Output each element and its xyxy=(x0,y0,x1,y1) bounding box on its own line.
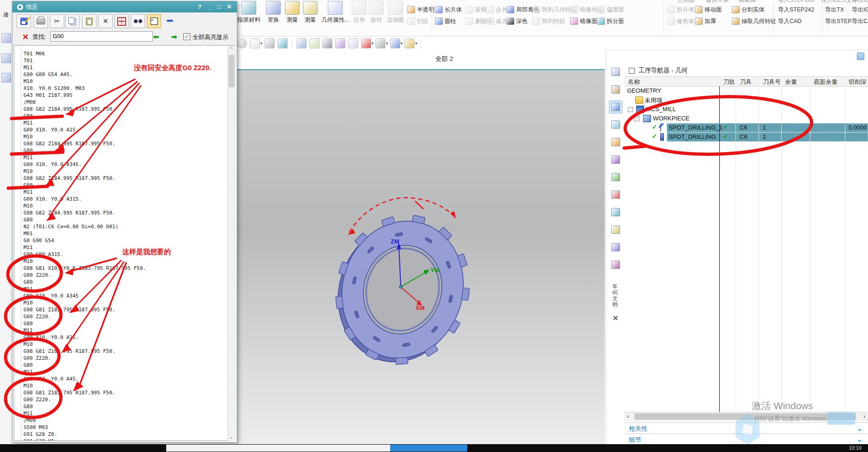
gcode-listing[interactable]: T01 M06T01M11G90 G00 G54 A45.M10X10. Y0.… xyxy=(14,45,235,441)
scroll-down-icon[interactable]: ⌄ xyxy=(228,434,235,441)
navigator-view-icon[interactable] xyxy=(609,258,622,271)
rotate-view-icon[interactable] xyxy=(322,38,332,48)
search-input[interactable] xyxy=(50,31,153,42)
column-header[interactable]: 余量 xyxy=(785,78,797,86)
scrollbar-thumb[interactable] xyxy=(229,55,235,87)
help-button[interactable]: ? xyxy=(196,3,204,11)
panel-checkbox-icon[interactable] xyxy=(629,68,635,74)
column-header[interactable]: 刀具号 xyxy=(763,78,781,86)
node-label[interactable]: GEOMETRY xyxy=(627,87,661,94)
ribbon-button[interactable]: 指派材料 xyxy=(237,1,260,24)
dropdown-caret-icon[interactable]: ▾ xyxy=(386,41,388,46)
ribbon-small-button[interactable]: 导出IGES xyxy=(852,6,868,14)
graphics-viewport[interactable]: ZM YM XM xyxy=(199,69,605,445)
word-wrap-button[interactable] xyxy=(147,14,161,28)
erase-3d-icon[interactable] xyxy=(265,38,275,48)
paste-button[interactable] xyxy=(82,14,96,28)
navigator-view-icon[interactable] xyxy=(609,206,622,219)
ribbon-small-button[interactable]: 拆分面 xyxy=(597,17,624,25)
find-button[interactable] xyxy=(131,14,145,28)
scrollbar-thumb[interactable] xyxy=(634,413,856,420)
ribbon-small-button[interactable]: 圆柱 xyxy=(435,17,456,25)
part-ring[interactable] xyxy=(318,199,487,380)
node-label[interactable]: MCS_MILL xyxy=(646,106,676,113)
minimize-button[interactable]: _ xyxy=(205,3,213,11)
highlight-all-checkbox[interactable]: ✓ xyxy=(183,33,190,40)
navigator-row-geometry[interactable]: GEOMETRY xyxy=(624,86,868,95)
column-header[interactable]: 名称 xyxy=(628,78,640,86)
navigator-view-icon[interactable] xyxy=(609,241,622,254)
brush-icon[interactable] xyxy=(335,38,345,48)
taskbar-search-box[interactable] xyxy=(166,445,390,452)
chevron-down-icon[interactable]: ⌄ xyxy=(856,435,862,444)
info-window-titlebar[interactable]: 信息 ? _ □ ✕ xyxy=(12,1,237,12)
left-toolbar-icon[interactable] xyxy=(1,73,11,83)
navigator-row-未用项[interactable]: 未用项 xyxy=(624,95,868,105)
navigator-view-icon[interactable] xyxy=(609,136,622,149)
origin-button[interactable] xyxy=(115,14,129,28)
tree-expander-icon[interactable]: - xyxy=(634,116,639,121)
close-panel-icon[interactable]: ✕ xyxy=(611,314,620,323)
scroll-up-icon[interactable]: ⌃ xyxy=(228,46,235,53)
ribbon-small-button[interactable]: 抽取几何特征 xyxy=(732,17,776,25)
node-label[interactable]: SPOT_DRILLING_1 xyxy=(669,124,723,131)
navigator-row-spot_drilling[interactable]: ✓SPOT_DRILLING✓C61 xyxy=(624,132,868,142)
find-next-icon[interactable]: ➡ xyxy=(171,33,177,41)
chevron-down-icon[interactable]: ⌄ xyxy=(856,424,862,433)
ribbon-small-button[interactable]: 加厚 xyxy=(695,17,716,25)
snap-point-icon[interactable] xyxy=(237,38,247,48)
dropdown-caret-icon[interactable]: ▾ xyxy=(372,41,374,46)
pan-hand-icon[interactable] xyxy=(309,38,319,48)
ribbon-small-button[interactable]: 深色 xyxy=(506,17,528,25)
navigator-view-icon[interactable] xyxy=(609,188,622,201)
shaded-cube-icon[interactable] xyxy=(277,38,288,48)
find-previous-icon[interactable]: ⬅ xyxy=(153,33,159,41)
ribbon-small-button[interactable]: 半透明 xyxy=(407,6,434,14)
column-splitter[interactable] xyxy=(719,86,720,412)
prism-icon[interactable] xyxy=(404,38,415,48)
dropdown-caret-icon[interactable]: ▾ xyxy=(260,41,263,46)
ribbon-small-button[interactable]: 导出TX xyxy=(825,6,844,14)
ribbon-small-button[interactable]: 导出STEP xyxy=(825,17,852,25)
column-header[interactable]: 刀具 xyxy=(740,78,752,86)
ribbon-button[interactable]: 测量 xyxy=(303,1,318,24)
navigator-view-icon[interactable] xyxy=(609,171,622,184)
ribbon-small-button[interactable]: 导入STEP242 xyxy=(778,6,814,14)
grid-display-icon[interactable] xyxy=(361,38,371,48)
column-header[interactable]: 切削深 xyxy=(849,78,867,86)
navigator-view-icon[interactable] xyxy=(609,153,622,166)
scroll-right-icon[interactable]: › xyxy=(863,413,865,420)
left-toolbar-icon[interactable] xyxy=(1,54,11,63)
cube-view-icon[interactable] xyxy=(390,38,400,48)
collapse-button[interactable] xyxy=(163,14,176,27)
node-label[interactable]: WORKPIECE xyxy=(653,115,689,122)
shop-doc-vertical-tab[interactable]: 车间文档 xyxy=(610,284,620,308)
left-toolbar-icon[interactable] xyxy=(1,33,11,43)
dropdown-caret-icon[interactable]: ▾ xyxy=(401,41,403,46)
node-label[interactable]: 未用项 xyxy=(645,96,663,105)
ribbon-button[interactable]: 几何属性... xyxy=(321,1,349,24)
dropdown-caret-icon[interactable]: ▾ xyxy=(415,41,417,46)
rect-select-icon[interactable] xyxy=(250,38,260,48)
delete-button[interactable]: ✕ xyxy=(98,14,113,28)
node-label[interactable]: SPOT_DRILLING xyxy=(669,133,716,140)
column-header[interactable]: 底面余量 xyxy=(814,78,838,86)
maximize-button[interactable]: □ xyxy=(215,3,223,11)
panel-grid-icon[interactable] xyxy=(857,53,864,60)
ribbon-button[interactable]: 测量 xyxy=(285,1,300,24)
navigator-hscrollbar[interactable]: ‹ › xyxy=(624,412,868,421)
ribbon-small-button[interactable]: 长方体 xyxy=(435,6,462,14)
save-button[interactable] xyxy=(17,14,31,28)
navigator-view-icon[interactable] xyxy=(609,118,622,131)
cut-button[interactable]: ✂ xyxy=(50,14,64,28)
ribbon-small-button[interactable]: 导入CAD xyxy=(778,17,802,25)
gray-solid-icon[interactable] xyxy=(375,38,386,48)
section-details[interactable]: 细节 ⌄ xyxy=(624,434,868,444)
section-dependencies[interactable]: 相关性 ⌄ xyxy=(624,422,868,434)
navigator-view-icon[interactable] xyxy=(609,65,622,78)
ribbon-small-button[interactable]: 镜像面 xyxy=(570,17,597,25)
info-vscrollbar[interactable]: ⌃ ⌄ xyxy=(227,46,235,441)
navigator-view-icon[interactable] xyxy=(609,223,622,236)
ribbon-small-button[interactable]: 移动面 xyxy=(695,6,722,14)
ribbon-small-button[interactable]: 分割实体 xyxy=(732,6,765,14)
